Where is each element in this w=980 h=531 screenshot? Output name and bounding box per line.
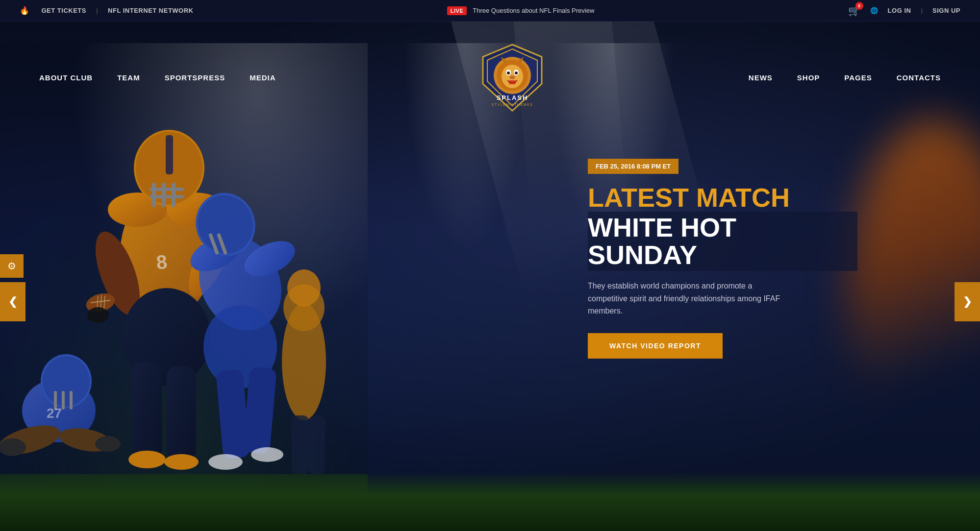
- top-bar-center: LIVE Three Questions about NFL Finals Pr…: [447, 6, 595, 15]
- nav-pages[interactable]: PAGES: [844, 73, 872, 82]
- svg-rect-68: [509, 80, 516, 84]
- slider-next-button[interactable]: ❯: [955, 282, 980, 321]
- nfl-network-link[interactable]: NFL INTERNET NETWORK: [108, 7, 193, 14]
- globe-icon: 🌐: [870, 7, 878, 14]
- hero-section: 8: [0, 22, 980, 531]
- svg-point-19: [87, 307, 109, 323]
- svg-point-25: [164, 454, 199, 470]
- svg-point-66: [515, 72, 518, 74]
- svg-rect-10: [150, 195, 184, 198]
- svg-rect-44: [70, 391, 73, 410]
- svg-point-24: [128, 451, 166, 468]
- nav-team[interactable]: TEAM: [117, 73, 140, 82]
- hero-turf: [0, 472, 980, 531]
- svg-rect-54: [309, 415, 325, 474]
- settings-icon: ⚙: [7, 260, 16, 272]
- players-svg: 8: [0, 43, 368, 531]
- live-badge: LIVE: [447, 6, 467, 15]
- nav-about-club[interactable]: ABOUT CLUB: [39, 73, 93, 82]
- svg-text:SPLASH: SPLASH: [496, 94, 528, 101]
- nav-media[interactable]: MEDIA: [250, 73, 276, 82]
- hero-players: 8: [0, 43, 368, 531]
- svg-rect-11: [150, 188, 184, 191]
- logo-image: SPLASH STYLEMIXTHEMES: [480, 43, 544, 112]
- svg-point-67: [509, 75, 515, 79]
- svg-rect-23: [167, 366, 196, 459]
- svg-point-52: [287, 269, 321, 307]
- top-bar-left: 🔥 GET TICKETS | NFL INTERNET NETWORK: [20, 6, 194, 15]
- get-tickets-link[interactable]: GET TICKETS: [42, 7, 86, 14]
- cart-button[interactable]: 🛒 0: [848, 5, 860, 17]
- match-description: They establish world champions and promo…: [588, 280, 794, 317]
- top-bar-right: 🛒 0 🌐 LOG IN | SIGN UP: [848, 5, 960, 17]
- logo-svg: SPLASH STYLEMIXTHEMES: [480, 42, 544, 113]
- svg-text:STYLEMIXTHEMES: STYLEMIXTHEMES: [491, 103, 533, 106]
- svg-point-65: [507, 72, 510, 74]
- watch-video-button[interactable]: WATCH VIDEO REPORT: [588, 333, 723, 359]
- svg-rect-43: [62, 391, 65, 410]
- cart-count: 0: [855, 2, 863, 10]
- nav-left: ABOUT CLUB TEAM SPORTSPRESS MEDIA: [39, 73, 276, 82]
- divider-2: |: [921, 7, 923, 14]
- svg-rect-22: [132, 362, 162, 459]
- svg-text:27: 27: [47, 406, 62, 421]
- slider-prev-button[interactable]: ❮: [0, 282, 25, 321]
- next-icon: ❯: [963, 295, 972, 308]
- settings-button[interactable]: ⚙: [0, 254, 24, 278]
- top-bar: 🔥 GET TICKETS | NFL INTERNET NETWORK LIV…: [0, 0, 980, 22]
- nav-contacts[interactable]: CONTACTS: [897, 73, 941, 82]
- signup-link[interactable]: SIGN UP: [932, 7, 960, 14]
- login-link[interactable]: LOG IN: [888, 7, 911, 14]
- match-title: LATEST MATCH WHITE HOT SUNDAY: [588, 184, 857, 271]
- match-title-line2: WHITE HOT SUNDAY: [588, 212, 857, 271]
- nav-news[interactable]: NEWS: [749, 73, 773, 82]
- match-date: FEB 25, 2016 8:08 PM ET: [588, 159, 678, 174]
- svg-point-41: [43, 356, 90, 406]
- svg-point-38: [251, 447, 283, 462]
- nav-sportspress[interactable]: SPORTSPRESS: [165, 73, 226, 82]
- svg-point-37: [208, 454, 243, 470]
- hero-content: FEB 25, 2016 8:08 PM ET LATEST MATCH WHI…: [588, 159, 857, 359]
- navbar: ABOUT CLUB TEAM SPORTSPRESS MEDIA: [0, 43, 980, 112]
- match-title-line1: LATEST MATCH: [588, 184, 857, 212]
- divider-1: |: [96, 7, 98, 14]
- fire-icon: 🔥: [20, 6, 30, 15]
- nav-right: NEWS SHOP PAGES CONTACTS: [749, 73, 941, 82]
- svg-point-49: [95, 436, 121, 452]
- svg-text:8: 8: [155, 251, 168, 273]
- live-text: Three Questions about NFL Finals Preview: [473, 7, 594, 14]
- svg-rect-53: [292, 415, 309, 474]
- logo[interactable]: SPLASH STYLEMIXTHEMES: [480, 43, 544, 112]
- svg-rect-12: [166, 135, 173, 174]
- nav-shop[interactable]: SHOP: [797, 73, 820, 82]
- prev-icon: ❮: [8, 295, 17, 308]
